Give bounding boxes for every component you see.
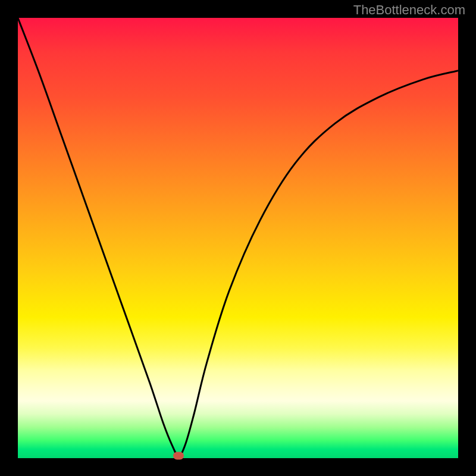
bottleneck-curve <box>18 18 458 458</box>
attribution-text: TheBottleneck.com <box>353 2 465 18</box>
optimal-point-marker <box>173 452 184 460</box>
